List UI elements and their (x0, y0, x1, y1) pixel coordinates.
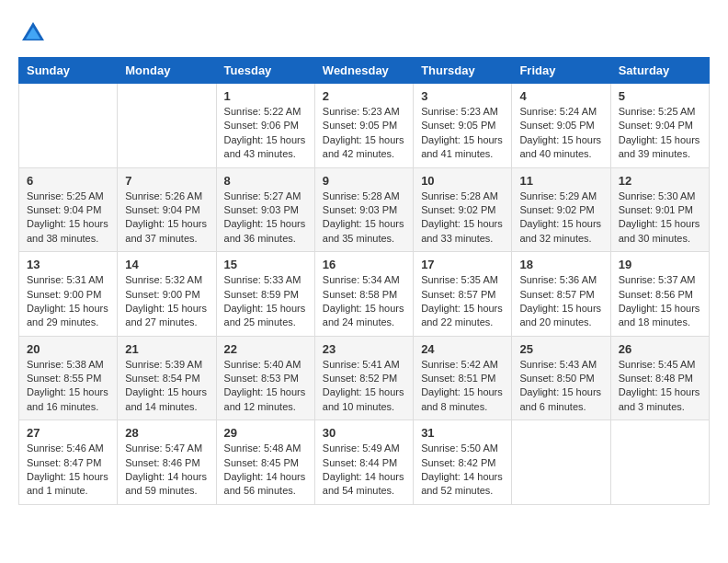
day-info: Sunrise: 5:25 AM Sunset: 9:04 PM Dayligh… (619, 105, 701, 162)
day-number: 22 (224, 342, 307, 356)
day-info: Sunrise: 5:41 AM Sunset: 8:52 PM Dayligh… (323, 358, 405, 415)
calendar-cell: 13Sunrise: 5:31 AM Sunset: 9:00 PM Dayli… (19, 252, 118, 337)
calendar-week: 27Sunrise: 5:46 AM Sunset: 8:47 PM Dayli… (19, 420, 710, 505)
calendar-cell: 5Sunrise: 5:25 AM Sunset: 9:04 PM Daylig… (610, 84, 709, 168)
logo (18, 18, 51, 48)
header-day: Thursday (414, 58, 512, 84)
day-number: 17 (421, 258, 504, 271)
page-header (18, 18, 710, 48)
calendar-cell: 20Sunrise: 5:38 AM Sunset: 8:55 PM Dayli… (19, 336, 118, 420)
day-number: 19 (619, 258, 701, 271)
day-info: Sunrise: 5:22 AM Sunset: 9:06 PM Dayligh… (224, 105, 307, 162)
day-number: 12 (619, 174, 701, 188)
day-info: Sunrise: 5:45 AM Sunset: 8:48 PM Dayligh… (619, 358, 701, 415)
day-number: 1 (224, 89, 307, 103)
day-number: 31 (421, 426, 504, 440)
day-number: 9 (323, 174, 405, 188)
header-day: Wednesday (314, 58, 413, 84)
calendar-cell: 12Sunrise: 5:30 AM Sunset: 9:01 PM Dayli… (610, 167, 709, 252)
calendar-cell (610, 420, 709, 505)
day-number: 7 (125, 174, 208, 188)
day-info: Sunrise: 5:32 AM Sunset: 9:00 PM Dayligh… (125, 273, 208, 330)
header-day: Friday (512, 58, 610, 84)
day-info: Sunrise: 5:43 AM Sunset: 8:50 PM Dayligh… (519, 358, 602, 415)
day-info: Sunrise: 5:26 AM Sunset: 9:04 PM Dayligh… (125, 190, 208, 247)
day-number: 30 (323, 426, 405, 440)
header-day: Tuesday (216, 58, 314, 84)
day-number: 26 (619, 342, 701, 356)
day-number: 2 (323, 89, 405, 103)
calendar-cell (118, 84, 216, 168)
day-info: Sunrise: 5:30 AM Sunset: 9:01 PM Dayligh… (619, 190, 701, 247)
calendar-cell: 21Sunrise: 5:39 AM Sunset: 8:54 PM Dayli… (118, 336, 216, 420)
calendar-cell: 1Sunrise: 5:22 AM Sunset: 9:06 PM Daylig… (216, 84, 314, 168)
calendar-cell: 4Sunrise: 5:24 AM Sunset: 9:05 PM Daylig… (512, 84, 610, 168)
day-info: Sunrise: 5:31 AM Sunset: 9:00 PM Dayligh… (27, 273, 109, 330)
day-info: Sunrise: 5:23 AM Sunset: 9:05 PM Dayligh… (323, 105, 405, 162)
calendar-cell: 14Sunrise: 5:32 AM Sunset: 9:00 PM Dayli… (118, 252, 216, 337)
calendar-cell: 15Sunrise: 5:33 AM Sunset: 8:59 PM Dayli… (216, 252, 314, 337)
day-info: Sunrise: 5:38 AM Sunset: 8:55 PM Dayligh… (27, 358, 109, 415)
day-info: Sunrise: 5:39 AM Sunset: 8:54 PM Dayligh… (125, 358, 208, 415)
calendar-cell: 23Sunrise: 5:41 AM Sunset: 8:52 PM Dayli… (314, 336, 413, 420)
calendar-cell (512, 420, 610, 505)
day-info: Sunrise: 5:23 AM Sunset: 9:05 PM Dayligh… (421, 105, 504, 162)
calendar-body: 1Sunrise: 5:22 AM Sunset: 9:06 PM Daylig… (19, 84, 710, 505)
day-info: Sunrise: 5:35 AM Sunset: 8:57 PM Dayligh… (421, 273, 504, 330)
calendar-week: 1Sunrise: 5:22 AM Sunset: 9:06 PM Daylig… (19, 84, 710, 168)
day-info: Sunrise: 5:42 AM Sunset: 8:51 PM Dayligh… (421, 358, 504, 415)
calendar-cell: 24Sunrise: 5:42 AM Sunset: 8:51 PM Dayli… (414, 336, 512, 420)
day-info: Sunrise: 5:36 AM Sunset: 8:57 PM Dayligh… (519, 273, 602, 330)
day-number: 15 (224, 258, 307, 271)
calendar-cell: 31Sunrise: 5:50 AM Sunset: 8:42 PM Dayli… (414, 420, 512, 505)
calendar: SundayMondayTuesdayWednesdayThursdayFrid… (18, 57, 710, 505)
calendar-cell: 2Sunrise: 5:23 AM Sunset: 9:05 PM Daylig… (314, 84, 413, 168)
day-number: 6 (27, 174, 109, 188)
calendar-cell: 30Sunrise: 5:49 AM Sunset: 8:44 PM Dayli… (314, 420, 413, 505)
day-number: 8 (224, 174, 307, 188)
calendar-cell: 17Sunrise: 5:35 AM Sunset: 8:57 PM Dayli… (414, 252, 512, 337)
day-info: Sunrise: 5:47 AM Sunset: 8:46 PM Dayligh… (125, 442, 208, 499)
day-number: 5 (619, 89, 701, 103)
header-row: SundayMondayTuesdayWednesdayThursdayFrid… (19, 58, 710, 84)
calendar-cell: 9Sunrise: 5:28 AM Sunset: 9:03 PM Daylig… (314, 167, 413, 252)
day-info: Sunrise: 5:37 AM Sunset: 8:56 PM Dayligh… (619, 273, 701, 330)
header-day: Monday (118, 58, 216, 84)
day-info: Sunrise: 5:28 AM Sunset: 9:03 PM Dayligh… (323, 190, 405, 247)
day-number: 25 (519, 342, 602, 356)
calendar-cell: 11Sunrise: 5:29 AM Sunset: 9:02 PM Dayli… (512, 167, 610, 252)
calendar-cell: 22Sunrise: 5:40 AM Sunset: 8:53 PM Dayli… (216, 336, 314, 420)
calendar-week: 13Sunrise: 5:31 AM Sunset: 9:00 PM Dayli… (19, 252, 710, 337)
calendar-week: 6Sunrise: 5:25 AM Sunset: 9:04 PM Daylig… (19, 167, 710, 252)
calendar-cell: 7Sunrise: 5:26 AM Sunset: 9:04 PM Daylig… (118, 167, 216, 252)
calendar-week: 20Sunrise: 5:38 AM Sunset: 8:55 PM Dayli… (19, 336, 710, 420)
day-info: Sunrise: 5:48 AM Sunset: 8:45 PM Dayligh… (224, 442, 307, 499)
day-number: 18 (519, 258, 602, 271)
day-info: Sunrise: 5:29 AM Sunset: 9:02 PM Dayligh… (519, 190, 602, 247)
calendar-cell: 25Sunrise: 5:43 AM Sunset: 8:50 PM Dayli… (512, 336, 610, 420)
day-number: 4 (519, 89, 602, 103)
day-number: 28 (125, 426, 208, 440)
day-info: Sunrise: 5:34 AM Sunset: 8:58 PM Dayligh… (323, 273, 405, 330)
calendar-cell: 6Sunrise: 5:25 AM Sunset: 9:04 PM Daylig… (19, 167, 118, 252)
day-info: Sunrise: 5:40 AM Sunset: 8:53 PM Dayligh… (224, 358, 307, 415)
logo-icon (18, 18, 48, 48)
day-number: 27 (27, 426, 109, 440)
day-number: 20 (27, 342, 109, 356)
calendar-cell: 27Sunrise: 5:46 AM Sunset: 8:47 PM Dayli… (19, 420, 118, 505)
day-number: 23 (323, 342, 405, 356)
calendar-header: SundayMondayTuesdayWednesdayThursdayFrid… (19, 58, 710, 84)
calendar-cell: 16Sunrise: 5:34 AM Sunset: 8:58 PM Dayli… (314, 252, 413, 337)
day-number: 14 (125, 258, 208, 271)
day-number: 16 (323, 258, 405, 271)
header-day: Saturday (610, 58, 709, 84)
calendar-cell: 26Sunrise: 5:45 AM Sunset: 8:48 PM Dayli… (610, 336, 709, 420)
calendar-cell (19, 84, 118, 168)
day-info: Sunrise: 5:33 AM Sunset: 8:59 PM Dayligh… (224, 273, 307, 330)
day-number: 11 (519, 174, 602, 188)
day-number: 24 (421, 342, 504, 356)
day-info: Sunrise: 5:27 AM Sunset: 9:03 PM Dayligh… (224, 190, 307, 247)
calendar-cell: 29Sunrise: 5:48 AM Sunset: 8:45 PM Dayli… (216, 420, 314, 505)
day-info: Sunrise: 5:28 AM Sunset: 9:02 PM Dayligh… (421, 190, 504, 247)
day-info: Sunrise: 5:49 AM Sunset: 8:44 PM Dayligh… (323, 442, 405, 499)
